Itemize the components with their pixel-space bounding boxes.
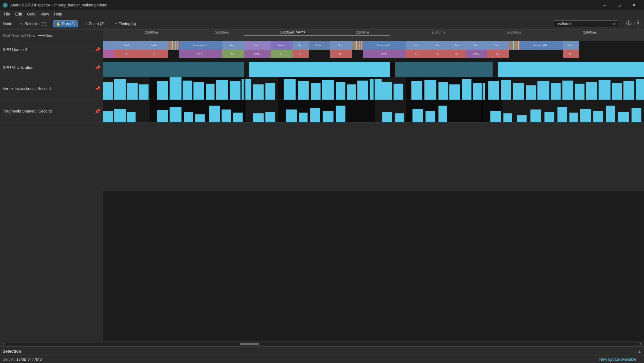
svg-rect-58 [222, 110, 231, 122]
scale-line [38, 35, 45, 36]
svg-rect-43 [575, 84, 584, 100]
tick-2610: 2,610ms [215, 30, 229, 34]
svg-rect-33 [462, 79, 471, 100]
vertex-label: Vertex Instructions / Second [3, 86, 51, 91]
pin-icon-fragments[interactable]: 📌 [95, 109, 100, 114]
scrollbar-area: ‹ › [0, 341, 644, 347]
svg-rect-57 [209, 106, 220, 122]
app-icon [3, 3, 8, 8]
tracks-container[interactable]: GPU Queue 0 📌 ... Surf... Surf... Surfac… [0, 41, 644, 191]
svg-rect-3 [139, 84, 149, 100]
update-link[interactable]: New update available [599, 357, 636, 362]
timeline-ruler[interactable]: 2,600ms 2,610ms 2,620ms 2,630ms 2,640ms … [103, 30, 644, 41]
track-content-gpu-util[interactable] [103, 58, 644, 77]
mode-timing-button[interactable]: ⊢ Timing (4) [111, 20, 139, 27]
maximize-button[interactable]: □ [612, 0, 627, 10]
svg-rect-1 [114, 79, 126, 100]
track-row-gpu-util: GPU % Utilization 📌 [0, 58, 644, 77]
svg-rect-61 [253, 113, 264, 122]
mode-pan-button[interactable]: ✋ Pan (2) [53, 20, 78, 27]
selection-right-marker [390, 34, 390, 37]
scroll-left-button[interactable]: ‹ [1, 342, 5, 346]
search-input[interactable] [554, 20, 618, 27]
tick-2630: 2,630ms [356, 30, 370, 34]
timing-icon: ⊢ [114, 22, 118, 26]
timing-label: Timing (4) [119, 22, 136, 26]
search-container: ✕ [554, 20, 618, 27]
mode-selection-button[interactable]: ↖ Selection (1) [17, 20, 49, 27]
search-clear-button[interactable]: ✕ [612, 21, 616, 26]
info-button[interactable]: ⓘ [625, 20, 632, 27]
minimize-button[interactable]: ─ [597, 0, 612, 10]
scroll-thumb[interactable] [240, 343, 259, 345]
bottom-panel: Selection ▲ Server: 12MB of 77MB New upd… [0, 347, 644, 363]
selection-duration-label: 27.744ms [291, 30, 305, 34]
pin-icon-gpu-queue[interactable]: 📌 [95, 47, 100, 52]
zoom-icon: ⊕ [84, 22, 88, 26]
svg-rect-8 [193, 82, 204, 100]
menu-file[interactable]: File [1, 11, 13, 17]
svg-rect-24 [370, 79, 382, 100]
svg-rect-42 [562, 81, 573, 100]
close-button[interactable]: ✕ [627, 0, 641, 10]
svg-rect-19 [311, 83, 321, 100]
svg-rect-77 [490, 111, 501, 123]
empty-content-col [103, 191, 644, 341]
timeline-header: Total Time: 5s071ms 2ms 2,600ms 2,610ms … [0, 30, 644, 41]
tick-2650: 2,650ms [507, 30, 521, 34]
svg-rect-27 [394, 84, 403, 100]
svg-rect-62 [265, 112, 275, 122]
svg-rect-74 [426, 111, 435, 123]
scroll-right-button[interactable]: › [639, 342, 643, 346]
svg-rect-64 [286, 110, 297, 122]
track-content-vertex[interactable] [103, 77, 644, 100]
menu-view[interactable]: View [38, 11, 52, 17]
svg-rect-87 [618, 112, 629, 122]
svg-rect-45 [599, 80, 610, 100]
title-bar-left: Android GPU Inspector - chonky_bender_vu… [3, 3, 108, 8]
selection-title: Selection [3, 349, 21, 354]
menu-help[interactable]: Help [52, 11, 65, 17]
track-content-gpu-queue[interactable]: ... Surf... Surf... Surface (10... Surf.… [103, 41, 644, 58]
svg-rect-68 [336, 106, 345, 122]
svg-rect-30 [424, 80, 436, 100]
svg-rect-35 [482, 77, 483, 100]
window-title: Android GPU Inspector - chonky_bender_vu… [10, 3, 108, 7]
question-button[interactable]: ? [634, 20, 641, 27]
svg-rect-86 [606, 106, 615, 122]
track-content-fragments[interactable] [103, 100, 644, 122]
pin-icon-vertex[interactable]: 📌 [95, 86, 100, 91]
mode-label: Mode: [3, 22, 13, 26]
menu-goto[interactable]: Goto [24, 11, 38, 17]
svg-rect-49 [103, 111, 113, 123]
mode-zoom-button[interactable]: ⊕ Zoom (3) [82, 20, 108, 27]
pin-icon-gpu-util[interactable]: 📌 [95, 65, 100, 70]
collapse-button[interactable]: ▲ [638, 349, 641, 354]
svg-rect-78 [503, 113, 512, 122]
gpu-util-label: GPU % Utilization [3, 65, 33, 70]
selection-label: Selection (1) [24, 22, 46, 26]
svg-rect-50 [114, 109, 126, 122]
svg-rect-76 [482, 100, 483, 122]
empty-area [0, 191, 644, 341]
svg-rect-70 [382, 112, 392, 122]
scroll-track[interactable] [5, 343, 639, 345]
svg-rect-31 [438, 82, 448, 100]
track-row-fragments: Fragments Shaded / Second 📌 [0, 100, 644, 123]
svg-rect-15 [265, 83, 275, 100]
svg-rect-84 [580, 109, 591, 122]
svg-rect-56 [195, 114, 205, 122]
svg-rect-44 [586, 82, 597, 100]
svg-rect-82 [557, 107, 567, 122]
svg-rect-25 [374, 77, 375, 100]
svg-rect-47 [623, 81, 634, 100]
svg-rect-59 [233, 113, 243, 122]
svg-rect-13 [244, 77, 245, 100]
menu-edit[interactable]: Edit [13, 11, 24, 17]
track-row-gpu-queue: GPU Queue 0 📌 ... Surf... Surf... Surfac… [0, 41, 644, 58]
svg-rect-9 [206, 84, 215, 100]
bottom-status-bar: Server: 12MB of 77MB New update availabl… [0, 356, 644, 363]
track-row-vertex: Vertex Instructions / Second 📌 [0, 77, 644, 100]
pan-icon: ✋ [56, 22, 61, 26]
svg-rect-39 [526, 85, 536, 100]
